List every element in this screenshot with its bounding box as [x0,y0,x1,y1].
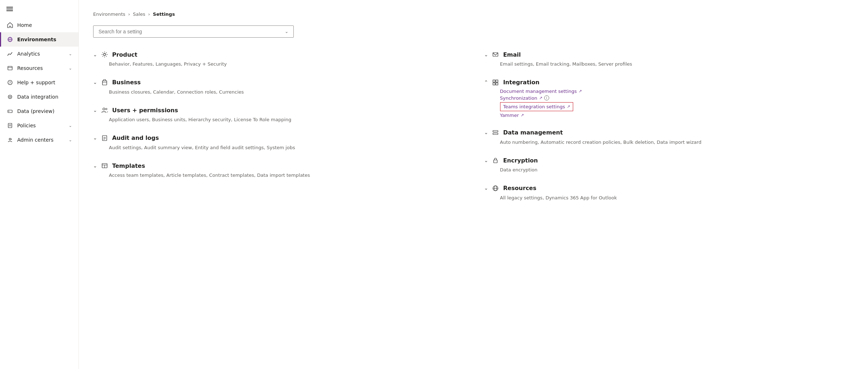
building-icon [101,79,109,86]
encryption-collapse-icon[interactable]: ⌄ [484,158,488,163]
sidebar-item-admin-centers[interactable]: Admin centers ⌄ [0,133,78,147]
svg-point-16 [104,53,106,56]
email-icon [491,51,499,58]
svg-point-14 [9,138,11,140]
external-link-icon-doc: ↗ [579,89,582,94]
gear-icon [101,51,109,58]
sidebar-item-help[interactable]: ? Help + support [0,75,78,90]
business-collapse-icon[interactable]: ⌄ [93,80,97,85]
analytics-chevron: ⌄ [69,52,72,56]
data-management-title: Data management [503,129,563,136]
breadcrumb: Environments › Sales › Settings [93,11,854,17]
section-header-business: ⌄ Business [93,79,463,86]
data-management-desc: Auto numbering, Automatic record creatio… [484,139,854,146]
external-link-icon-sync: ↗ [539,96,542,100]
search-input[interactable] [99,29,285,34]
link-yammer[interactable]: Yammer ↗ [500,113,854,118]
integration-title: Integration [503,79,539,86]
audit-collapse-icon[interactable]: ⌄ [93,135,97,141]
svg-rect-33 [493,131,498,132]
section-data-management: ⌄ Data management Auto numbering, Automa… [484,129,854,146]
link-teams-integration[interactable]: Teams integration settings ↗ [500,102,574,111]
settings-grid: ⌄ Product Behavior, Features, Languages,… [93,51,854,212]
sidebar-label-data-preview: Data (preview) [17,108,72,114]
product-desc: Behavior, Features, Languages, Privacy +… [93,61,463,68]
section-audit: ⌄ Audit and logs Audit settings, Audit s… [93,134,463,151]
section-header-resources: ⌄ Resources [484,184,854,192]
document-management-label: Document management settings [500,89,577,94]
business-title: Business [112,79,141,86]
product-collapse-icon[interactable]: ⌄ [93,52,97,57]
users-collapse-icon[interactable]: ⌄ [93,108,97,113]
sidebar-label-help: Help + support [17,80,72,85]
audit-desc: Audit settings, Audit summary view, Enti… [93,144,463,151]
sidebar-nav: Home Environments Analytics ⌄ Resources … [0,18,78,147]
admin-centers-icon [6,136,14,143]
section-header-users: ⌄ Users + permissions [93,106,463,114]
environments-icon [6,36,14,43]
svg-point-15 [11,139,12,139]
users-icon [101,106,109,114]
users-title: Users + permissions [112,107,178,114]
sidebar-item-home[interactable]: Home [0,18,78,32]
sidebar-item-environments[interactable]: Environments [0,32,78,47]
users-desc: Application users, Business units, Hiera… [93,116,463,123]
svg-rect-32 [496,83,498,85]
svg-rect-34 [493,133,498,134]
email-collapse-icon[interactable]: ⌄ [484,52,488,57]
breadcrumb-sep-2: › [148,11,150,17]
svg-point-20 [106,108,107,110]
audit-title: Audit and logs [112,134,159,141]
svg-point-19 [103,108,105,110]
link-document-management[interactable]: Document management settings ↗ [500,89,854,94]
section-encryption: ⌄ Encryption Data encryption [484,156,854,174]
admin-centers-chevron: ⌄ [69,138,72,142]
section-header-integration: ⌃ Integration [484,79,854,86]
templates-desc: Access team templates, Article templates… [93,172,463,179]
sidebar-label-analytics: Analytics [17,51,69,57]
integration-collapse-icon[interactable]: ⌃ [484,80,488,85]
policies-chevron: ⌄ [69,123,72,128]
svg-rect-3 [8,66,12,70]
policies-icon [6,122,14,129]
data-mgmt-collapse-icon[interactable]: ⌄ [484,130,488,135]
info-icon-sync: i [544,95,549,100]
svg-rect-35 [494,160,497,163]
svg-rect-21 [102,136,107,141]
search-bar[interactable]: ⌄ [93,25,294,38]
sidebar-item-data-preview[interactable]: Data (preview) [0,104,78,118]
breadcrumb-sales[interactable]: Sales [133,11,145,17]
link-synchronization[interactable]: Synchronization ↗ [500,95,542,101]
sidebar-label-admin-centers: Admin centers [17,137,69,143]
sidebar: Home Environments Analytics ⌄ Resources … [0,0,79,369]
breadcrumb-environments[interactable]: Environments [93,11,125,17]
section-header-data-management: ⌄ Data management [484,129,854,137]
svg-rect-31 [493,83,495,85]
svg-text:?: ? [9,81,11,85]
data-preview-icon [6,108,14,115]
templates-collapse-icon[interactable]: ⌄ [93,163,97,169]
encryption-icon [491,156,499,164]
svg-rect-9 [8,110,12,113]
templates-icon [101,162,109,170]
synchronization-label: Synchronization [500,95,537,101]
analytics-icon [6,50,14,57]
resources-collapse-icon[interactable]: ⌄ [484,185,488,191]
svg-rect-30 [496,80,498,82]
product-title: Product [112,51,138,58]
sidebar-item-data-integration[interactable]: Data integration [0,90,78,104]
svg-point-10 [9,111,9,112]
help-icon: ? [6,79,14,86]
business-desc: Business closures, Calendar, Connection … [93,89,463,96]
data-integration-icon [6,93,14,100]
sidebar-item-resources[interactable]: Resources ⌄ [0,61,78,75]
resources-title: Resources [503,185,536,191]
section-email: ⌄ Email Email settings, Email tracking, … [484,51,854,68]
section-resources: ⌄ Resources All legacy settings, Dynamic… [484,184,854,202]
sidebar-item-policies[interactable]: Policies ⌄ [0,118,78,133]
sidebar-item-analytics[interactable]: Analytics ⌄ [0,47,78,61]
external-link-icon-yammer: ↗ [521,113,524,118]
sidebar-label-environments: Environments [17,37,72,42]
hamburger-button[interactable] [0,0,78,18]
resources-desc: All legacy settings, Dynamics 365 App fo… [484,194,854,202]
